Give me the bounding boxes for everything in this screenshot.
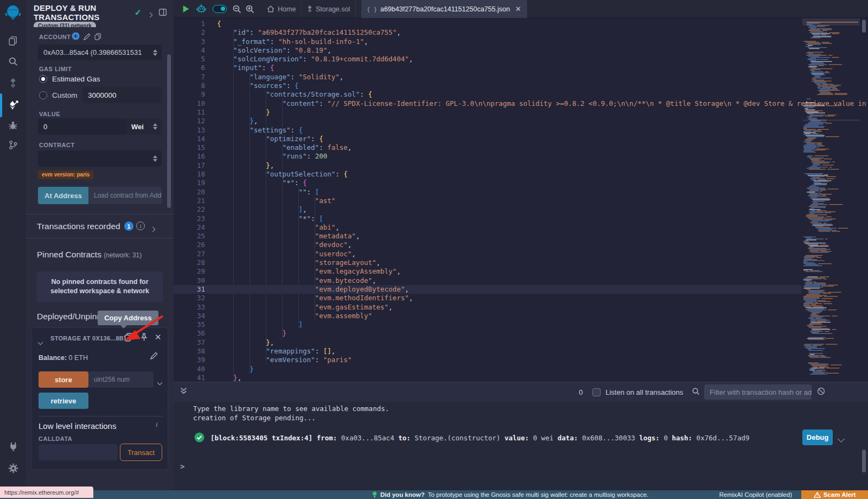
- at-address-button[interactable]: At Address: [38, 187, 88, 204]
- code-line[interactable]: 27 "userdoc",: [174, 250, 801, 258]
- contract-collapse-chevron-icon[interactable]: [39, 337, 42, 346]
- code-line[interactable]: 20 "": [: [174, 188, 801, 197]
- value-input[interactable]: 0: [38, 118, 126, 135]
- tab-storage-sol[interactable]: Storage.sol: [302, 0, 356, 18]
- store-button[interactable]: store: [39, 371, 88, 388]
- settings-gear-icon[interactable]: [0, 459, 26, 477]
- transact-button[interactable]: Transact: [120, 444, 162, 461]
- filter-tx-input[interactable]: Filter with transaction hash or address: [704, 384, 812, 400]
- code-line[interactable]: 2 "id": "a69b43f277ba20fcac141151250ca75…: [174, 28, 801, 37]
- code-line[interactable]: 18 "outputSelection": {: [174, 170, 801, 179]
- retrieve-button[interactable]: retrieve: [39, 393, 88, 409]
- custom-gas-input[interactable]: 3000000: [82, 87, 162, 103]
- code-line[interactable]: 13 "settings": {: [174, 126, 801, 135]
- minimap[interactable]: [802, 18, 860, 381]
- code-line[interactable]: 24 "abi",: [174, 223, 801, 232]
- source-control-icon[interactable]: [0, 136, 26, 154]
- file-explorer-icon[interactable]: [0, 31, 26, 50]
- run-script-icon[interactable]: [182, 0, 190, 18]
- at-address-input[interactable]: Load contract from Addre: [88, 187, 162, 204]
- code-line[interactable]: 22 ],: [174, 205, 801, 214]
- code-line[interactable]: 21 "ast": [174, 197, 801, 205]
- expand-log-chevron-icon[interactable]: [839, 434, 844, 444]
- code-line[interactable]: 38 "remappings": [],: [174, 347, 801, 356]
- unit-stepper-icon[interactable]: [153, 123, 157, 130]
- expand-store-chevron-icon[interactable]: [158, 377, 162, 387]
- tab-build-info-json[interactable]: { } a69b43f277ba20fcac141151250ca755.jso…: [361, 0, 527, 18]
- search-icon[interactable]: [0, 52, 26, 71]
- panel-scrollbar[interactable]: [167, 54, 171, 208]
- code-line[interactable]: 4 "solcVersion": "0.8.19",: [174, 46, 801, 55]
- clear-console-icon[interactable]: [817, 387, 825, 397]
- low-level-info-icon[interactable]: i: [156, 420, 158, 429]
- terminal-scrollbar[interactable]: [862, 450, 866, 472]
- copilot-status[interactable]: RemixAI Copilot (enabled): [719, 491, 792, 498]
- code-line[interactable]: 12 },: [174, 117, 801, 125]
- code-line[interactable]: 10 "content": "// SPDX-License-Identifie…: [174, 99, 801, 108]
- code-line[interactable]: 28 "storageLayout",: [174, 258, 801, 267]
- code-line[interactable]: 33 "evm.gasEstimates",: [174, 303, 801, 312]
- code-line[interactable]: 15 "enabled": false,: [174, 143, 801, 152]
- code-line[interactable]: 37 },: [174, 338, 801, 347]
- code-line[interactable]: 11 }: [174, 108, 801, 117]
- code-line[interactable]: 17 },: [174, 161, 801, 170]
- code-line[interactable]: 3 "_format": "hh-sol-build-info-1",: [174, 37, 801, 46]
- code-line[interactable]: 32 "evm.methodIdentifiers",: [174, 294, 801, 302]
- transactions-expand-chevron-icon[interactable]: [151, 224, 155, 233]
- code-line[interactable]: 40 }: [174, 365, 801, 374]
- code-line[interactable]: 30 "evm.bytecode",: [174, 276, 801, 285]
- code-line[interactable]: 36 }: [174, 329, 801, 338]
- plugin-manager-icon[interactable]: [0, 437, 26, 456]
- code-line[interactable]: 26 "devdoc",: [174, 241, 801, 249]
- code-line[interactable]: 16 "runs": 200: [174, 152, 801, 161]
- code-line[interactable]: 19 "*": {: [174, 179, 801, 187]
- contract-stepper-icon[interactable]: [153, 155, 157, 162]
- code-line[interactable]: 29 "evm.legacyAssembly",: [174, 267, 801, 276]
- code-line[interactable]: 9 "contracts/Storage.sol": {: [174, 90, 801, 99]
- estimated-gas-radio[interactable]: [39, 75, 47, 83]
- editor-scrollbar[interactable]: [862, 20, 866, 33]
- ai-assistant-robot-icon[interactable]: [196, 0, 206, 18]
- debug-button[interactable]: Debug: [802, 429, 833, 445]
- code-line[interactable]: 5 "solcLongVersion": "0.8.19+commit.7dd6…: [174, 55, 801, 64]
- terminal-prompt[interactable]: >: [180, 462, 184, 471]
- edit-balance-icon[interactable]: [150, 352, 158, 362]
- add-account-icon[interactable]: [72, 32, 80, 42]
- deploy-and-run-icon[interactable]: [0, 96, 26, 114]
- code-line[interactable]: 14 "optimizer": {: [174, 135, 801, 143]
- transaction-log-line[interactable]: [block:5583405 txIndex:4] from: 0xa03...…: [210, 434, 688, 442]
- collapse-panel-chevron-icon[interactable]: [148, 9, 152, 19]
- code-line[interactable]: 25 "metadata",: [174, 232, 801, 241]
- code-line[interactable]: 31 "evm.deployedBytecode",: [174, 285, 801, 294]
- contract-select[interactable]: [38, 150, 162, 167]
- solidity-compiler-icon[interactable]: [0, 74, 26, 92]
- code-line[interactable]: 7 "language": "Solidity",: [174, 73, 801, 81]
- tab-home[interactable]: Home: [261, 0, 302, 18]
- account-stepper-icon[interactable]: [153, 49, 157, 56]
- calldata-input[interactable]: [39, 444, 118, 460]
- edit-account-icon[interactable]: [84, 33, 91, 42]
- copy-account-icon[interactable]: [94, 33, 101, 42]
- pin-panel-icon[interactable]: [159, 8, 167, 18]
- code-editor[interactable]: 1{2 "id": "a69b43f277ba20fcac141151250ca…: [174, 18, 868, 382]
- code-line[interactable]: 34 "evm.assembly": [174, 312, 801, 320]
- code-content[interactable]: 1{2 "id": "a69b43f277ba20fcac141151250ca…: [174, 20, 801, 382]
- code-line[interactable]: 1{: [174, 20, 801, 28]
- value-unit-select[interactable]: Wei: [126, 118, 162, 135]
- custom-gas-radio[interactable]: [39, 91, 47, 99]
- remix-logo-icon[interactable]: [0, 3, 26, 22]
- code-line[interactable]: 8 "sources": {: [174, 81, 801, 90]
- code-line[interactable]: 23 "*": [: [174, 214, 801, 223]
- code-line[interactable]: 6 "input": {: [174, 64, 801, 72]
- copilot-toggle[interactable]: [213, 0, 227, 18]
- store-arg-input[interactable]: uint256 num: [88, 371, 154, 388]
- zoom-out-icon[interactable]: [232, 0, 241, 18]
- scam-alert-badge[interactable]: Scam Alert: [801, 490, 868, 499]
- terminal-search-icon[interactable]: [692, 387, 700, 397]
- code-line[interactable]: 35 ]: [174, 320, 801, 329]
- code-line[interactable]: 41 },: [174, 374, 801, 382]
- debugger-icon[interactable]: [0, 116, 26, 135]
- code-line[interactable]: 39 "evmVersion": "paris": [174, 356, 801, 364]
- listen-all-checkbox[interactable]: [592, 388, 601, 396]
- zoom-in-icon[interactable]: [245, 0, 254, 18]
